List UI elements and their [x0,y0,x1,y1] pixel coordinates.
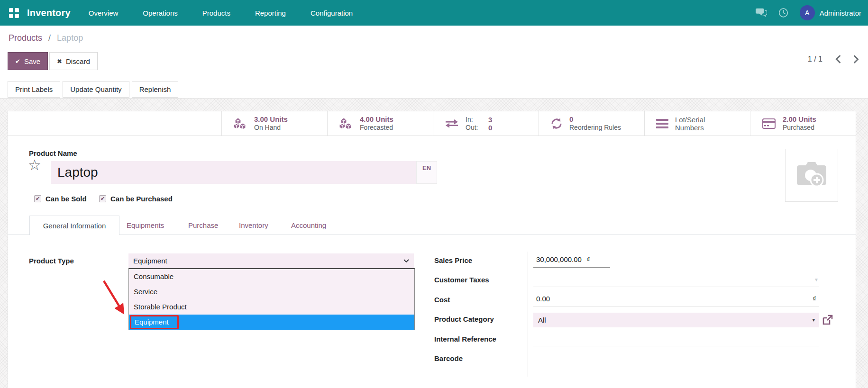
translation-badge[interactable]: EN [416,161,437,184]
tab-inventory[interactable]: Inventory [239,216,268,235]
out-value: 0 [488,124,492,132]
sales-price-label: Sales Price [434,256,472,264]
update-quantity-button[interactable]: Update Quantity [63,81,129,98]
menu-overview[interactable]: Overview [89,9,119,17]
menu-reporting[interactable]: Reporting [255,9,286,17]
option-service[interactable]: Service [129,284,414,299]
stat-button-forecasted[interactable]: 4.00 Units Forecasted [327,111,433,135]
pager-counter: 1 / 1 [808,55,822,63]
credit-card-icon [762,118,776,129]
currency-symbol: ₫ [586,255,590,263]
stat-label: Lot/Serial [675,116,705,124]
stat-value: 0 [569,115,621,124]
top-navbar: Inventory Overview Operations Products R… [0,0,868,26]
cubes-icon [339,117,353,130]
replenish-button[interactable]: Replenish [132,81,179,98]
transfer-arrows-icon [445,119,459,128]
content-background: 3.00 Units On Hand 4.00 Units Forecasted [0,99,868,388]
main-menu: Overview Operations Products Reporting C… [89,9,353,17]
stat-value: 4.00 Units [360,115,393,124]
cubes-icon [233,117,247,130]
menu-products[interactable]: Products [202,9,230,17]
product-type-label: Product Type [29,257,74,265]
barcode-underline [533,366,819,366]
out-label: Out: [466,124,482,132]
menu-configuration[interactable]: Configuration [311,9,353,17]
print-labels-button[interactable]: Print Labels [8,81,60,98]
chevron-down-icon [403,259,409,263]
stat-label: Purchased [783,124,816,132]
can-be-sold-checkbox[interactable]: ✔ Can be Sold [34,195,87,203]
breadcrumb-current: Laptop [57,33,83,43]
close-icon: ✖ [57,58,62,65]
product-name-label: Product Name [29,149,77,157]
camera-add-icon [795,161,829,190]
favorite-star-icon[interactable]: ☆ [28,158,41,172]
product-image-upload[interactable] [785,149,838,202]
stat-button-strip: 3.00 Units On Hand 4.00 Units Forecasted [8,111,856,136]
option-equipment[interactable]: Equipment [129,315,414,330]
customer-taxes-label: Customer Taxes [434,276,489,284]
save-button[interactable]: ✔ Save [8,52,48,70]
stat-label: Numbers [675,124,705,132]
tab-accounting[interactable]: Accounting [291,216,326,235]
discard-button[interactable]: ✖ Discard [49,52,98,70]
checkbox-check-icon: ✔ [34,195,41,202]
tab-equipments[interactable]: Equipments [127,216,164,235]
annotation-highlight-box: Equipment [130,315,179,329]
sales-price-underline [533,267,610,268]
internal-reference-label: Internal Reference [434,335,496,343]
pager: 1 / 1 [808,55,859,63]
check-icon: ✔ [15,58,20,65]
cost-label: Cost [434,296,450,304]
messages-icon[interactable] [756,8,767,18]
stat-value: 2.00 Units [783,115,816,124]
product-type-select[interactable]: Equipment [128,253,414,268]
column-separator [528,252,528,377]
stat-label: On Hand [254,124,288,132]
pager-next-icon[interactable] [853,55,859,63]
can-be-purchased-checkbox[interactable]: ✔ Can be Purchased [99,195,173,203]
product-category-field[interactable]: All ▾ [533,313,819,327]
app-name[interactable]: Inventory [27,8,71,18]
product-type-dropdown: Consumable Service Storable Product Equi… [128,268,415,330]
stat-button-purchased[interactable]: 2.00 Units Purchased [750,111,856,135]
navbar-right: A Administrator [756,5,868,20]
category-caret-down-icon: ▾ [812,313,815,327]
stat-button-on-hand[interactable]: 3.00 Units On Hand [221,111,327,135]
stat-button-lot-serial[interactable]: Lot/Serial Numbers [644,111,750,135]
user-avatar[interactable]: A [800,5,815,20]
action-buttons-row: Print Labels Update Quantity Replenish [8,81,178,98]
tab-general-information[interactable]: General Information [29,216,119,235]
cost-underline [533,307,819,307]
breadcrumb-separator: / [48,33,51,43]
sales-price-value[interactable]: 30,000,000.00₫ [536,255,590,263]
internal-reference-underline [533,346,819,346]
option-consumable[interactable]: Consumable [129,269,414,284]
menu-operations[interactable]: Operations [143,9,177,17]
cost-currency: ₫ [813,295,816,303]
list-icon [656,118,668,129]
breadcrumb-products[interactable]: Products [9,33,42,43]
stat-button-reordering-rules[interactable]: 0 Reordering Rules [539,111,644,135]
annotation-arrow [101,278,130,318]
product-category-label: Product Category [434,315,494,323]
tab-purchase[interactable]: Purchase [188,216,218,235]
external-link-icon[interactable] [822,314,833,325]
stat-button-in-out[interactable]: In: 3 Out: 0 [433,111,539,135]
in-label: In: [466,116,482,124]
stat-label: Forecasted [360,124,393,132]
taxes-caret-down-icon[interactable]: ▼ [814,277,819,282]
stat-label: Reordering Rules [569,124,621,132]
checkbox-check-icon: ✔ [99,195,106,202]
user-menu[interactable]: Administrator [820,9,861,17]
activities-clock-icon[interactable] [778,8,788,18]
cost-value[interactable]: 0.00 [536,295,550,303]
option-storable-product[interactable]: Storable Product [129,299,414,315]
barcode-label: Barcode [434,354,463,362]
pager-previous-icon[interactable] [835,55,841,63]
apps-menu-icon[interactable] [9,8,19,18]
form-sheet: 3.00 Units On Hand 4.00 Units Forecasted [8,111,856,388]
product-name-input[interactable]: Laptop [51,161,416,184]
breadcrumb: Products / Laptop [9,33,83,43]
